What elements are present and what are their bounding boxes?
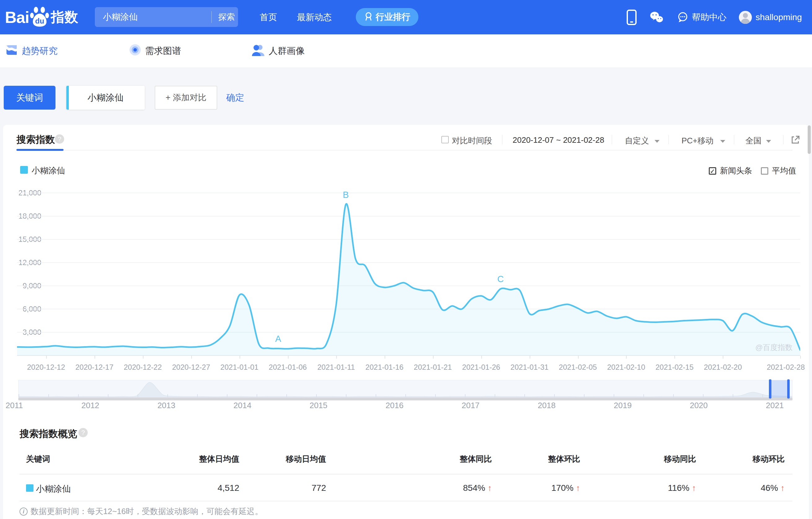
data-update-note-text: 数据更新时间：每天12~16时，受数据波动影响，可能会有延迟。 <box>31 506 263 517</box>
x-axis-tick <box>674 356 675 359</box>
legend-swatch[interactable] <box>20 166 28 174</box>
timeline-left-handle[interactable] <box>769 379 772 399</box>
compare-period-label[interactable]: 对比时间段 <box>452 135 492 146</box>
trend-research-icon <box>5 43 18 59</box>
timeline-year-label: 2014 <box>233 401 251 410</box>
search-button[interactable]: 探索 <box>218 7 235 27</box>
average-toggle[interactable]: 平均值 <box>761 165 796 176</box>
timeline-year-label: 2018 <box>538 401 556 410</box>
chevron-down-icon[interactable] <box>766 140 771 143</box>
control-separator <box>612 135 612 144</box>
mobile-app-icon[interactable] <box>627 0 637 34</box>
nav-latest-news[interactable]: 最新动态 <box>297 0 331 34</box>
x-axis-tick-label: 2021-01-16 <box>366 363 404 372</box>
x-axis-tick-label: 2021-02-20 <box>704 363 742 372</box>
timeline-year-label: 2013 <box>157 401 175 410</box>
chevron-down-icon[interactable] <box>655 140 660 143</box>
region-dropdown[interactable]: 全国 <box>745 135 761 146</box>
timeline-year-label: 2015 <box>310 401 327 410</box>
trend-up-arrow-icon: ↑ <box>576 483 580 493</box>
x-axis-tick-label: 2021-02-15 <box>656 363 694 372</box>
chevron-down-icon[interactable] <box>720 140 725 143</box>
scrollbar-thumb[interactable] <box>808 125 811 154</box>
keyword-chip[interactable]: 小糊涂仙 <box>66 86 145 110</box>
user-account[interactable]: shallopming <box>739 0 802 34</box>
tab-demand-graph[interactable]: 需求图谱 <box>129 34 181 67</box>
timeline-year-label: 2012 <box>81 401 99 410</box>
x-axis-tick-label: 2021-02-10 <box>607 363 645 372</box>
x-axis-tick-label: 2020-12-12 <box>27 363 65 372</box>
x-axis-tick-label: 2020-12-27 <box>172 363 210 372</box>
search-input[interactable]: 小糊涂仙 探索 <box>95 7 238 27</box>
x-axis-tick-label: 2021-01-06 <box>269 363 307 372</box>
range-mode-dropdown[interactable]: 自定义 <box>625 135 649 146</box>
nav-industry-ranking-label: 行业排行 <box>376 11 410 23</box>
news-headlines-toggle[interactable]: ✓ 新闻头条 <box>709 165 752 176</box>
tab-crowd-portrait[interactable]: 人群画像 <box>251 34 304 67</box>
compare-period-checkbox[interactable] <box>441 136 449 143</box>
search-value[interactable]: 小糊涂仙 <box>103 7 138 27</box>
metric-value: 170% <box>551 483 574 493</box>
x-axis-tick-label: 2021-02-05 <box>559 363 597 372</box>
wechat-icon[interactable] <box>649 0 663 34</box>
search-index-line-chart <box>17 190 800 360</box>
legend-label[interactable]: 小糊涂仙 <box>32 165 65 176</box>
date-range-picker[interactable]: 2020-12-07 ~ 2021-02-28 <box>513 135 604 145</box>
timeline-track[interactable] <box>18 398 792 400</box>
row-value-cell: 170%↑ <box>469 483 580 493</box>
control-separator <box>502 135 502 144</box>
timeline-selection[interactable] <box>772 380 787 398</box>
baidu-paw-icon: du <box>30 6 50 29</box>
timeline-year-label: 2017 <box>462 401 480 410</box>
table-divider <box>20 474 792 475</box>
timeline-year-label: 2021 <box>766 401 784 410</box>
timeline-year-label: 2020 <box>690 401 708 410</box>
news-headlines-label: 新闻头条 <box>720 165 752 176</box>
chart-annotation-a: A <box>275 334 281 344</box>
info-icon: i <box>20 508 28 516</box>
username: shallopming <box>756 12 802 22</box>
overview-help-icon[interactable]: ? <box>79 428 88 437</box>
nav-industry-ranking[interactable]: 行业排行 <box>356 8 418 26</box>
top-navbar: Bai du 指数 小糊涂仙 探索 首页 最新动态 行业排行 <box>0 0 812 34</box>
column-header: 移动日均值 <box>214 454 326 464</box>
control-separator <box>734 135 734 144</box>
table-divider <box>20 501 792 501</box>
export-icon[interactable] <box>790 135 800 146</box>
x-axis-tick-label: 2020-12-17 <box>75 363 113 372</box>
average-label: 平均值 <box>772 165 796 176</box>
search-divider <box>211 11 212 23</box>
x-axis-tick <box>94 356 95 359</box>
chart-plot-area[interactable]: 2020-12-122020-12-172020-12-222020-12-27… <box>17 190 800 360</box>
metric-value: 46% <box>760 483 778 493</box>
help-center[interactable]: 帮助中心 <box>677 0 726 34</box>
timeline-ticks <box>19 394 792 397</box>
device-dropdown[interactable]: PC+移动 <box>682 135 714 146</box>
x-axis-tick <box>239 356 240 359</box>
x-axis-tick <box>481 356 482 359</box>
x-axis-tick <box>191 356 192 359</box>
baidu-index-logo[interactable]: Bai du 指数 <box>5 0 78 34</box>
keyword-chip-label: 小糊涂仙 <box>66 86 145 110</box>
trend-up-arrow-icon: ↑ <box>781 483 785 493</box>
x-axis-tick <box>385 356 385 359</box>
checkbox-checked-icon: ✓ <box>709 167 716 175</box>
confirm-link[interactable]: 确定 <box>226 86 244 110</box>
title-help-icon[interactable]: ? <box>55 134 64 144</box>
timeline-right-handle[interactable] <box>787 379 790 399</box>
keyword-type-button[interactable]: 关键词 <box>4 86 56 110</box>
card-title: 搜索指数 <box>17 133 55 146</box>
add-compare-button[interactable]: + 添加对比 <box>155 86 217 110</box>
timeline-scrubber[interactable] <box>18 380 792 398</box>
overview-title: 搜索指数概览 <box>20 427 77 440</box>
tab-demand-graph-label: 需求图谱 <box>145 45 181 57</box>
x-axis-tick-label: 2021-01-26 <box>462 363 500 372</box>
x-axis-tick <box>723 356 723 359</box>
x-axis-tick <box>626 356 627 359</box>
help-chat-icon <box>677 11 689 23</box>
tab-trend-research-label: 趋势研究 <box>22 45 58 57</box>
chart-annotation-c: C <box>497 274 504 284</box>
x-axis-tick <box>288 356 289 359</box>
tab-trend-research[interactable]: 趋势研究 <box>5 34 58 67</box>
nav-home[interactable]: 首页 <box>260 0 277 34</box>
